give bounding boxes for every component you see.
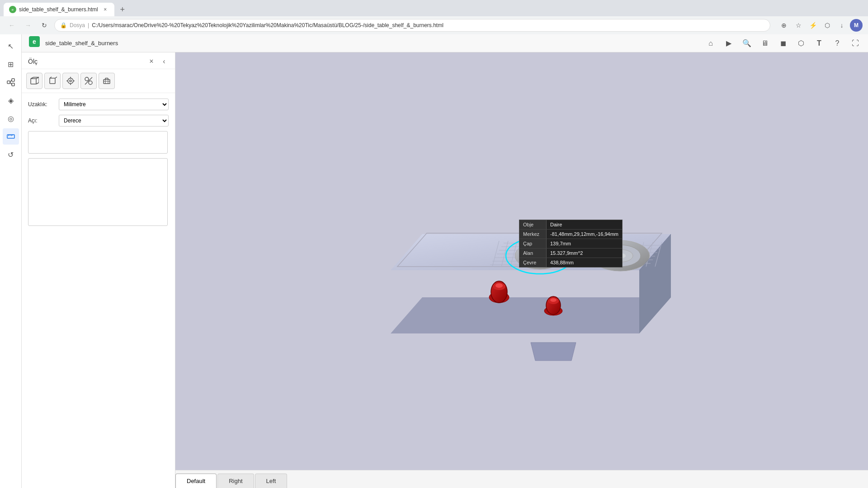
url-separator2: | bbox=[88, 22, 89, 28]
svg-text:e: e bbox=[33, 38, 36, 45]
svg-point-23 bbox=[68, 78, 73, 84]
svg-point-30 bbox=[89, 81, 92, 84]
shapes-btn[interactable]: ◈ bbox=[3, 92, 19, 108]
tab-title: side_table_shelf_&_burners.html bbox=[19, 6, 98, 13]
tooltip-key-cap: Çap bbox=[519, 239, 547, 248]
tooltip-val-cap: 139,7mm bbox=[547, 239, 622, 248]
svg-line-22 bbox=[55, 77, 57, 78]
tooltip-row-cevre: Çevre 438,88mm bbox=[519, 258, 622, 267]
angle-label: Açı: bbox=[28, 117, 55, 124]
url-path: C:/Users/msarac/OneDrive%20-%20Tekyaz%20… bbox=[92, 22, 764, 28]
tooltip-val-alan: 15.327,9mm^2 bbox=[547, 249, 622, 258]
extensions-btn[interactable]: ⚡ bbox=[807, 19, 819, 32]
tab-close-btn[interactable]: × bbox=[102, 6, 109, 13]
svg-rect-6 bbox=[12, 83, 14, 86]
tooltip-row-alan: Alan 15.327,9mm^2 bbox=[519, 249, 622, 258]
cursor-btn[interactable]: ↖ bbox=[3, 38, 19, 54]
svg-text:e: e bbox=[12, 8, 14, 12]
svg-rect-5 bbox=[12, 79, 14, 81]
translate-btn[interactable]: ⊕ bbox=[778, 19, 790, 32]
new-tab-btn[interactable]: + bbox=[116, 3, 129, 16]
help-btn[interactable]: ? bbox=[830, 36, 844, 51]
sync-btn[interactable]: ↓ bbox=[835, 19, 848, 32]
url-bar[interactable]: 🔒 Dosya | C:/Users/msarac/OneDrive%20-%2… bbox=[54, 19, 770, 32]
browser-chrome: e side_table_shelf_&_burners.html × + ← … bbox=[0, 0, 868, 34]
svg-point-24 bbox=[70, 80, 71, 82]
tooltip-key-alan: Alan bbox=[519, 249, 547, 258]
svg-rect-20 bbox=[50, 78, 55, 84]
back-btn[interactable]: ← bbox=[5, 19, 18, 32]
erase-btn[interactable] bbox=[99, 73, 115, 89]
header-tools: ⌂ ▶ 🔍 🖥 ◼ ⬡ T ? ⛶ bbox=[703, 36, 863, 51]
pan-tool-btn[interactable] bbox=[62, 73, 79, 89]
model-svg bbox=[345, 144, 698, 397]
tooltip-key-cevre: Çevre bbox=[519, 258, 547, 267]
tab-bar: e side_table_shelf_&_burners.html × + bbox=[0, 0, 868, 16]
panel-close-btn[interactable]: × bbox=[147, 57, 156, 66]
zoom-btn[interactable]: 🔍 bbox=[740, 36, 754, 51]
profile-btn[interactable]: M bbox=[850, 19, 863, 32]
panel-collapse-btn[interactable]: ‹ bbox=[160, 57, 169, 66]
forward-btn[interactable]: → bbox=[22, 19, 34, 32]
panel-title: Ölç bbox=[28, 58, 38, 65]
distance-select[interactable]: Milimetre Santimetre Metre İnç Feet bbox=[59, 99, 169, 110]
tooltip-row-merkez: Merkez -81,48mm,29,12mm,-16,94mm bbox=[519, 230, 622, 239]
cube2-btn[interactable]: ◼ bbox=[776, 36, 790, 51]
fullscreen-btn[interactable]: ⛶ bbox=[848, 36, 863, 51]
browser-actions: ⊕ ☆ ⚡ ⬡ ↓ M bbox=[778, 19, 863, 32]
svg-point-29 bbox=[85, 77, 89, 81]
connect-btn[interactable] bbox=[3, 74, 19, 90]
panel-header: Ölç × ‹ bbox=[22, 52, 175, 69]
transform-btn[interactable]: ↺ bbox=[3, 146, 19, 163]
panel-form: Uzaklık: Milimetre Santimetre Metre İnç … bbox=[22, 93, 175, 233]
rotate-tool-btn[interactable] bbox=[44, 73, 61, 89]
bottom-tabs: Default Right Left bbox=[175, 470, 868, 488]
tab-favicon: e bbox=[9, 6, 16, 13]
text-btn[interactable]: T bbox=[812, 36, 826, 51]
panel-tools bbox=[22, 69, 175, 93]
url-separator: Dosya bbox=[70, 22, 85, 28]
address-bar: ← → ↻ 🔒 Dosya | C:/Users/msarac/OneDrive… bbox=[0, 16, 868, 34]
svg-line-19 bbox=[36, 83, 39, 84]
tooltip-row-obje: Obje Daire bbox=[519, 220, 622, 230]
tooltip-val-merkez: -81,48mm,29,12mm,-16,94mm bbox=[547, 230, 622, 239]
tooltip-val-obje: Daire bbox=[547, 220, 622, 229]
measure-tool-btn[interactable] bbox=[3, 128, 19, 145]
monitor-btn[interactable]: 🖥 bbox=[758, 36, 772, 51]
app-logo: e bbox=[27, 34, 42, 49]
tooltip-val-cevre: 438,88mm bbox=[547, 258, 622, 267]
svg-point-89 bbox=[495, 283, 503, 288]
view-btn[interactable]: ◎ bbox=[3, 110, 19, 127]
box-btn[interactable]: ⬡ bbox=[794, 36, 808, 51]
tooltip-key-merkez: Merkez bbox=[519, 230, 547, 239]
panel-textarea-bottom[interactable] bbox=[28, 158, 168, 226]
panel-textarea-top[interactable] bbox=[28, 131, 168, 154]
bookmark-btn[interactable]: ☆ bbox=[792, 19, 805, 32]
layers-btn[interactable]: ⊞ bbox=[3, 56, 19, 72]
account-btn[interactable]: ⬡ bbox=[821, 19, 834, 32]
lock-icon: 🔒 bbox=[60, 22, 67, 28]
side-panel: Ölç × ‹ bbox=[22, 52, 175, 488]
home-btn[interactable]: ⌂ bbox=[703, 36, 718, 51]
cube-tool-btn[interactable] bbox=[26, 73, 42, 89]
left-toolbar: ↖ ⊞ ◈ ◎ ↺ bbox=[0, 34, 22, 488]
svg-marker-39 bbox=[391, 297, 671, 333]
model-area: Obje Daire Merkez -81,48mm,29,12mm,-16,9… bbox=[175, 52, 868, 488]
app-title: side_table_shelf_&_burners bbox=[45, 40, 118, 47]
active-tab[interactable]: e side_table_shelf_&_burners.html × bbox=[4, 3, 114, 16]
tab-right[interactable]: Right bbox=[217, 474, 254, 488]
distance-label: Uzaklık: bbox=[28, 101, 55, 108]
viewport[interactable]: Obje Daire Merkez -81,48mm,29,12mm,-16,9… bbox=[175, 52, 868, 488]
tab-default[interactable]: Default bbox=[175, 474, 217, 488]
tab-left[interactable]: Left bbox=[255, 474, 288, 488]
app-header: e side_table_shelf_&_burners ⌂ ▶ 🔍 🖥 ◼ ⬡… bbox=[22, 34, 868, 52]
svg-rect-14 bbox=[31, 79, 36, 84]
tooltip-key-obje: Obje bbox=[519, 220, 547, 229]
play-btn[interactable]: ▶ bbox=[722, 36, 736, 51]
angle-row: Açı: Derece Radyan bbox=[28, 115, 169, 127]
angle-select[interactable]: Derece Radyan bbox=[59, 115, 169, 127]
app-container: ↖ ⊞ ◈ ◎ ↺ Ölç bbox=[0, 34, 868, 488]
measure-btn[interactable] bbox=[80, 73, 97, 89]
reload-btn[interactable]: ↻ bbox=[38, 19, 51, 32]
svg-rect-4 bbox=[7, 81, 10, 84]
